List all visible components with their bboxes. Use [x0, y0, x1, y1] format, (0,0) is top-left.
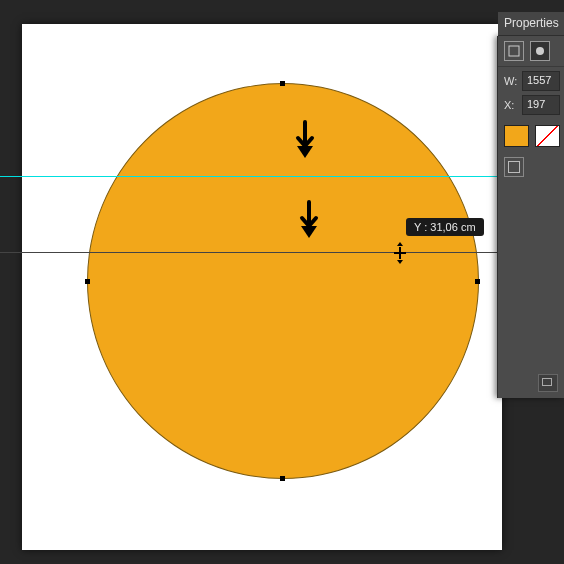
svg-rect-0: [509, 46, 519, 56]
width-input[interactable]: 1557 px: [522, 71, 560, 91]
anchor-top[interactable]: [280, 81, 285, 86]
anchor-right[interactable]: [475, 279, 480, 284]
panel-extra-icon[interactable]: [538, 374, 558, 392]
artboard[interactable]: [22, 24, 502, 550]
anchor-left[interactable]: [85, 279, 90, 284]
horizontal-guide[interactable]: [0, 176, 564, 177]
path-align-icon[interactable]: [504, 157, 524, 177]
move-guide-cursor-icon: [392, 245, 408, 261]
shape-type-row: [498, 36, 564, 67]
x-field-row: X: 197 px: [498, 91, 564, 115]
down-arrow-icon: [295, 120, 315, 160]
mask-mode-icon[interactable]: [530, 41, 550, 61]
canvas-workspace[interactable]: Y : 31,06 cm Properties W: 1557 px X: 19…: [0, 0, 564, 564]
appearance-row: [498, 115, 564, 151]
width-field-row: W: 1557 px: [498, 67, 564, 91]
anchor-bottom[interactable]: [280, 476, 285, 481]
horizontal-guide-dragging[interactable]: [0, 252, 564, 253]
align-row: [498, 151, 564, 181]
panel-footer: [538, 374, 558, 392]
x-input[interactable]: 197 px: [522, 95, 560, 115]
down-arrow-icon: [299, 200, 319, 240]
stroke-color-swatch[interactable]: [535, 125, 560, 147]
x-label: X:: [504, 99, 518, 111]
ellipse-shape[interactable]: [87, 83, 479, 479]
properties-panel-tab[interactable]: Properties: [498, 12, 564, 36]
live-shape-icon[interactable]: [504, 41, 524, 61]
width-label: W:: [504, 75, 518, 87]
guide-position-tooltip: Y : 31,06 cm: [406, 218, 484, 236]
properties-panel[interactable]: Properties W: 1557 px X: 197 px: [497, 36, 564, 398]
fill-color-swatch[interactable]: [504, 125, 529, 147]
